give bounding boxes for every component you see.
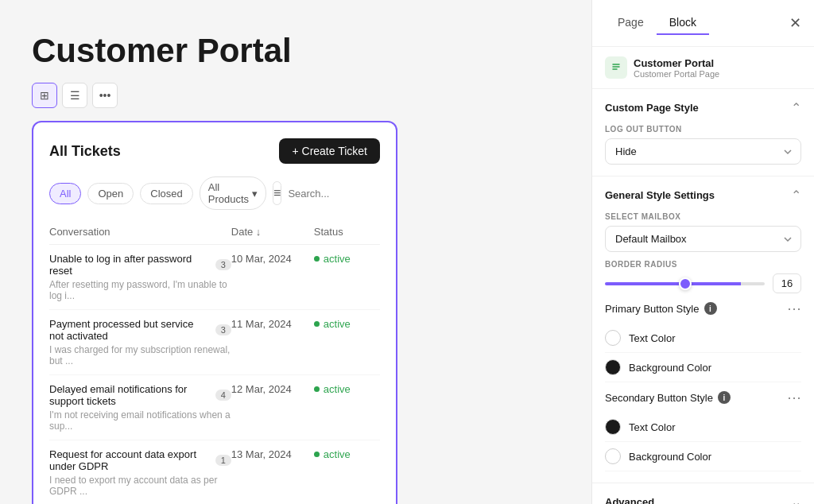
secondary-button-style-section: Secondary Button Style i ⋯ Text Color Ba… [605, 390, 801, 471]
filter-tab-closed[interactable]: Closed [140, 183, 192, 204]
custom-page-style-toggle[interactable]: ⌃ [791, 100, 801, 115]
logout-button-label: LOG OUT BUTTON [605, 125, 801, 134]
ticket-preview: I'm not receiving email notifications wh… [49, 409, 231, 432]
close-button[interactable]: ✕ [789, 16, 801, 30]
primary-text-color-swatch [605, 330, 621, 346]
ticket-preview: I was charged for my subscription renewa… [49, 344, 231, 366]
secondary-bg-color-label: Background Color [629, 451, 711, 463]
ticket-preview: I need to export my account data as per … [49, 475, 231, 497]
tickets-table: Conversation Date ↓ Status Unable to log… [49, 219, 380, 504]
sidebar-header: Page Block ✕ [592, 0, 814, 47]
status-header: Status [314, 219, 380, 245]
primary-bg-color-row[interactable]: Background Color [605, 353, 801, 382]
primary-button-style-header: Primary Button Style i ⋯ [605, 301, 801, 316]
ticket-widget: All Tickets + Create Ticket All Open Clo… [32, 121, 397, 504]
custom-page-style-header: Custom Page Style ⌃ [605, 100, 801, 115]
border-radius-label: BORDER RADIUS [605, 260, 801, 269]
primary-bg-color-swatch [605, 359, 621, 375]
widget-title: All Tickets [49, 143, 121, 160]
primary-button-style-section: Primary Button Style i ⋯ Text Color Back… [605, 301, 801, 382]
toolbar: ⊞ ☰ ••• [32, 83, 560, 108]
border-radius-slider[interactable] [605, 282, 765, 285]
advanced-chevron-icon[interactable]: ⌄ [791, 494, 801, 504]
table-row[interactable]: Payment processed but service not activa… [49, 310, 380, 375]
status-badge: active [314, 318, 380, 330]
ticket-date: 13 Mar, 2024 [231, 440, 314, 505]
general-style-title: General Style Settings [605, 189, 715, 201]
primary-button-more-icon[interactable]: ⋯ [787, 301, 801, 316]
ticket-date: 10 Mar, 2024 [231, 245, 314, 310]
ticket-title: Payment processed but service not activa… [49, 318, 211, 342]
primary-text-color-label: Text Color [629, 332, 676, 344]
search-input[interactable] [288, 188, 421, 200]
border-radius-row: BORDER RADIUS [605, 260, 801, 293]
filter-tab-all[interactable]: All [49, 183, 81, 204]
grid-view-button[interactable]: ⊞ [32, 83, 57, 108]
page-title: Customer Portal [32, 32, 560, 70]
ticket-badge: 4 [215, 390, 231, 401]
main-content: Customer Portal ⊞ ☰ ••• All Tickets + Cr… [0, 0, 591, 504]
secondary-bg-color-swatch [605, 448, 621, 464]
custom-page-style-section: Custom Page Style ⌃ LOG OUT BUTTON Hide … [592, 89, 814, 176]
filter-bar: All Open Closed All Products ▾ ≡ [49, 176, 380, 210]
table-row[interactable]: Request for account data export under GD… [49, 440, 380, 505]
table-row[interactable]: Unable to log in after password reset 3 … [49, 245, 380, 310]
date-header: Date ↓ [231, 219, 314, 245]
border-radius-value-input[interactable] [773, 273, 801, 293]
primary-button-style-title: Primary Button Style i [605, 302, 717, 315]
conversation-header: Conversation [49, 219, 231, 245]
ticket-badge: 3 [215, 259, 231, 270]
advanced-header: Advanced ⌄ [605, 494, 801, 504]
status-dot [314, 321, 320, 327]
list-view-button[interactable]: ☰ [62, 83, 87, 108]
filter-tab-open[interactable]: Open [87, 183, 134, 204]
status-dot [314, 386, 320, 392]
status-label: active [324, 253, 351, 265]
widget-header: All Tickets + Create Ticket [49, 138, 380, 164]
general-style-toggle[interactable]: ⌃ [791, 188, 801, 203]
ticket-title: Request for account data export under GD… [49, 448, 211, 472]
primary-button-info-icon[interactable]: i [704, 302, 717, 315]
border-radius-slider-container [605, 273, 801, 293]
general-style-header: General Style Settings ⌃ [605, 188, 801, 203]
mailbox-label: SELECT MAILBOX [605, 212, 801, 221]
status-dot [314, 256, 320, 262]
custom-page-style-title: Custom Page Style [605, 102, 699, 114]
secondary-button-style-header: Secondary Button Style i ⋯ [605, 390, 801, 405]
secondary-text-color-label: Text Color [629, 421, 676, 433]
secondary-button-more-icon[interactable]: ⋯ [787, 390, 801, 405]
status-label: active [324, 383, 351, 395]
ticket-title: Unable to log in after password reset [49, 253, 211, 277]
ticket-date: 12 Mar, 2024 [231, 375, 314, 440]
chevron-down-icon: ▾ [252, 188, 258, 200]
svg-rect-0 [610, 61, 622, 74]
breadcrumb-icon [605, 56, 627, 79]
logout-button-select[interactable]: Hide Show [605, 138, 801, 165]
advanced-title: Advanced [605, 496, 654, 504]
sidebar-breadcrumb: Customer Portal Customer Portal Page [592, 47, 814, 89]
mailbox-select[interactable]: Default Mailbox [605, 226, 801, 252]
status-badge: active [314, 253, 380, 265]
secondary-text-color-row[interactable]: Text Color [605, 413, 801, 442]
secondary-button-style-title: Secondary Button Style i [605, 391, 731, 404]
filter-options-button[interactable]: ≡ [273, 181, 281, 205]
right-sidebar: Page Block ✕ Customer Portal Customer Po… [591, 0, 814, 504]
products-dropdown[interactable]: All Products ▾ [200, 176, 266, 210]
secondary-text-color-swatch [605, 419, 621, 435]
sidebar-tab-group: Page Block [605, 11, 709, 35]
breadcrumb-title: Customer Portal [634, 57, 719, 69]
advanced-section: Advanced ⌄ [592, 483, 814, 504]
status-badge: active [314, 448, 380, 460]
secondary-button-info-icon[interactable]: i [718, 391, 731, 404]
filter-icon: ≡ [273, 186, 281, 200]
primary-text-color-row[interactable]: Text Color [605, 324, 801, 353]
secondary-bg-color-row[interactable]: Background Color [605, 442, 801, 471]
ticket-preview: After resetting my password, I'm unable … [49, 279, 231, 301]
more-options-button[interactable]: ••• [92, 83, 118, 108]
tab-block[interactable]: Block [657, 11, 709, 35]
create-ticket-button[interactable]: + Create Ticket [279, 138, 380, 164]
status-badge: active [314, 383, 380, 395]
status-label: active [324, 318, 351, 330]
tab-page[interactable]: Page [605, 11, 657, 35]
table-row[interactable]: Delayed email notifications for support … [49, 375, 380, 440]
